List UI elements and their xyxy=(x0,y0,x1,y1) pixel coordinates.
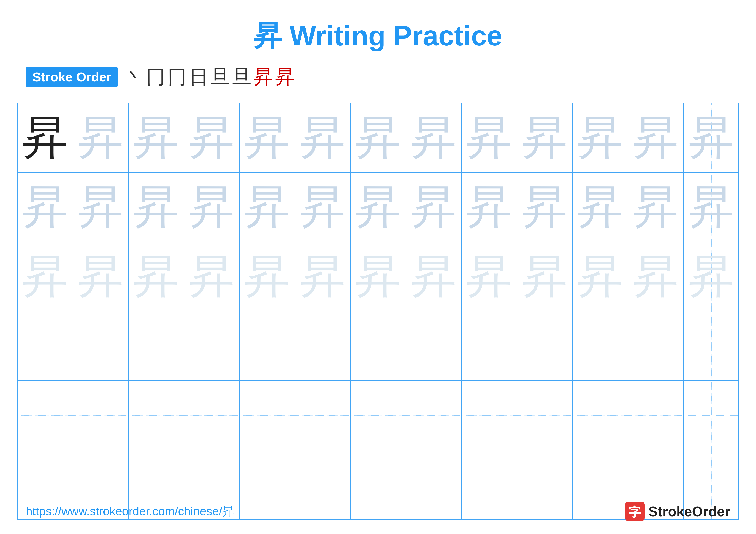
grid-cell-4-9[interactable] xyxy=(462,312,517,380)
char-display: 昇 xyxy=(245,115,290,161)
stroke-sequence: 丶 冂 冂 日 旦 旦 昇 昇 xyxy=(124,64,295,90)
grid-cell-5-10[interactable] xyxy=(517,381,573,450)
grid-cell-1-6[interactable]: 昇 xyxy=(295,103,351,172)
stroke-step-3: 冂 xyxy=(168,64,187,90)
char-display: 昇 xyxy=(522,115,567,161)
grid-cell-3-8[interactable]: 昇 xyxy=(406,242,462,311)
grid-cell-2-9[interactable]: 昇 xyxy=(462,173,517,242)
char-display: 昇 xyxy=(633,254,678,299)
grid-cell-1-1[interactable]: 昇 xyxy=(18,103,73,172)
grid-cell-3-13[interactable]: 昇 xyxy=(684,242,739,311)
grid-cell-3-7[interactable]: 昇 xyxy=(351,242,406,311)
grid-cell-3-2[interactable]: 昇 xyxy=(73,242,129,311)
grid-cell-3-11[interactable]: 昇 xyxy=(573,242,628,311)
grid-cell-2-13[interactable]: 昇 xyxy=(684,173,739,242)
stroke-order-row: Stroke Order 丶 冂 冂 日 旦 旦 昇 昇 xyxy=(0,64,756,103)
grid-cell-2-3[interactable]: 昇 xyxy=(129,173,184,242)
grid-cell-1-12[interactable]: 昇 xyxy=(628,103,684,172)
grid-cell-3-6[interactable]: 昇 xyxy=(295,242,351,311)
char-display: 昇 xyxy=(189,254,234,299)
grid-row-3: 昇 昇 昇 昇 昇 昇 昇 昇 昇 昇 昇 昇 xyxy=(18,242,738,312)
char-display: 昇 xyxy=(578,185,623,230)
grid-cell-5-6[interactable] xyxy=(295,381,351,450)
char-display: 昇 xyxy=(578,254,623,299)
grid-cell-3-12[interactable]: 昇 xyxy=(628,242,684,311)
grid-cell-1-13[interactable]: 昇 xyxy=(684,103,739,172)
grid-cell-2-1[interactable]: 昇 xyxy=(18,173,73,242)
grid-cell-2-11[interactable]: 昇 xyxy=(573,173,628,242)
stroke-step-4: 日 xyxy=(189,64,208,90)
grid-cell-1-8[interactable]: 昇 xyxy=(406,103,462,172)
grid-cell-3-5[interactable]: 昇 xyxy=(240,242,295,311)
stroke-step-6: 旦 xyxy=(232,64,252,90)
grid-cell-1-2[interactable]: 昇 xyxy=(73,103,129,172)
logo-text: StrokeOrder xyxy=(648,503,730,520)
grid-cell-1-7[interactable]: 昇 xyxy=(351,103,406,172)
grid-cell-3-9[interactable]: 昇 xyxy=(462,242,517,311)
char-display: 昇 xyxy=(78,185,123,230)
svg-text:字: 字 xyxy=(629,505,641,519)
grid-cell-1-9[interactable]: 昇 xyxy=(462,103,517,172)
char-display: 昇 xyxy=(578,115,623,161)
char-display: 昇 xyxy=(467,185,512,230)
practice-grid: 昇 昇 昇 昇 昇 昇 昇 昇 昇 昇 昇 昇 xyxy=(17,103,739,520)
grid-cell-4-3[interactable] xyxy=(129,312,184,380)
grid-cell-1-11[interactable]: 昇 xyxy=(573,103,628,172)
grid-cell-2-7[interactable]: 昇 xyxy=(351,173,406,242)
grid-cell-5-4[interactable] xyxy=(184,381,240,450)
char-display: 昇 xyxy=(23,185,68,230)
grid-row-4 xyxy=(18,312,738,381)
grid-cell-4-7[interactable] xyxy=(351,312,406,380)
grid-cell-5-8[interactable] xyxy=(406,381,462,450)
grid-cell-2-4[interactable]: 昇 xyxy=(184,173,240,242)
grid-cell-1-5[interactable]: 昇 xyxy=(240,103,295,172)
grid-row-2: 昇 昇 昇 昇 昇 昇 昇 昇 昇 昇 昇 昇 xyxy=(18,173,738,242)
grid-cell-2-10[interactable]: 昇 xyxy=(517,173,573,242)
grid-cell-3-3[interactable]: 昇 xyxy=(129,242,184,311)
char-display: 昇 xyxy=(411,115,456,161)
grid-cell-1-4[interactable]: 昇 xyxy=(184,103,240,172)
grid-cell-2-2[interactable]: 昇 xyxy=(73,173,129,242)
grid-cell-4-1[interactable] xyxy=(18,312,73,380)
footer-url[interactable]: https://www.strokeorder.com/chinese/昇 xyxy=(26,503,234,519)
grid-cell-5-12[interactable] xyxy=(628,381,684,450)
char-display: 昇 xyxy=(522,254,567,299)
char-display: 昇 xyxy=(189,115,234,161)
grid-cell-5-7[interactable] xyxy=(351,381,406,450)
grid-cell-5-5[interactable] xyxy=(240,381,295,450)
grid-cell-5-1[interactable] xyxy=(18,381,73,450)
grid-cell-4-2[interactable] xyxy=(73,312,129,380)
grid-cell-1-10[interactable]: 昇 xyxy=(517,103,573,172)
grid-cell-4-8[interactable] xyxy=(406,312,462,380)
char-display: 昇 xyxy=(23,254,68,299)
grid-cell-5-2[interactable] xyxy=(73,381,129,450)
grid-cell-4-11[interactable] xyxy=(573,312,628,380)
char-display: 昇 xyxy=(189,185,234,230)
char-display: 昇 xyxy=(467,254,512,299)
grid-cell-2-12[interactable]: 昇 xyxy=(628,173,684,242)
grid-cell-1-3[interactable]: 昇 xyxy=(129,103,184,172)
grid-cell-4-12[interactable] xyxy=(628,312,684,380)
char-display: 昇 xyxy=(300,115,345,161)
grid-cell-2-6[interactable]: 昇 xyxy=(295,173,351,242)
grid-cell-4-5[interactable] xyxy=(240,312,295,380)
char-display: 昇 xyxy=(245,254,290,299)
grid-cell-2-8[interactable]: 昇 xyxy=(406,173,462,242)
grid-cell-3-10[interactable]: 昇 xyxy=(517,242,573,311)
grid-cell-4-13[interactable] xyxy=(684,312,739,380)
char-display: 昇 xyxy=(134,185,179,230)
grid-cell-5-9[interactable] xyxy=(462,381,517,450)
grid-cell-4-4[interactable] xyxy=(184,312,240,380)
stroke-step-2: 冂 xyxy=(146,64,165,90)
grid-cell-2-5[interactable]: 昇 xyxy=(240,173,295,242)
footer: https://www.strokeorder.com/chinese/昇 字 … xyxy=(0,502,756,521)
grid-cell-5-13[interactable] xyxy=(684,381,739,450)
grid-cell-3-4[interactable]: 昇 xyxy=(184,242,240,311)
char-display: 昇 xyxy=(78,254,123,299)
grid-cell-4-10[interactable] xyxy=(517,312,573,380)
grid-cell-3-1[interactable]: 昇 xyxy=(18,242,73,311)
char-display: 昇 xyxy=(356,115,401,161)
grid-cell-4-6[interactable] xyxy=(295,312,351,380)
grid-cell-5-3[interactable] xyxy=(129,381,184,450)
grid-cell-5-11[interactable] xyxy=(573,381,628,450)
